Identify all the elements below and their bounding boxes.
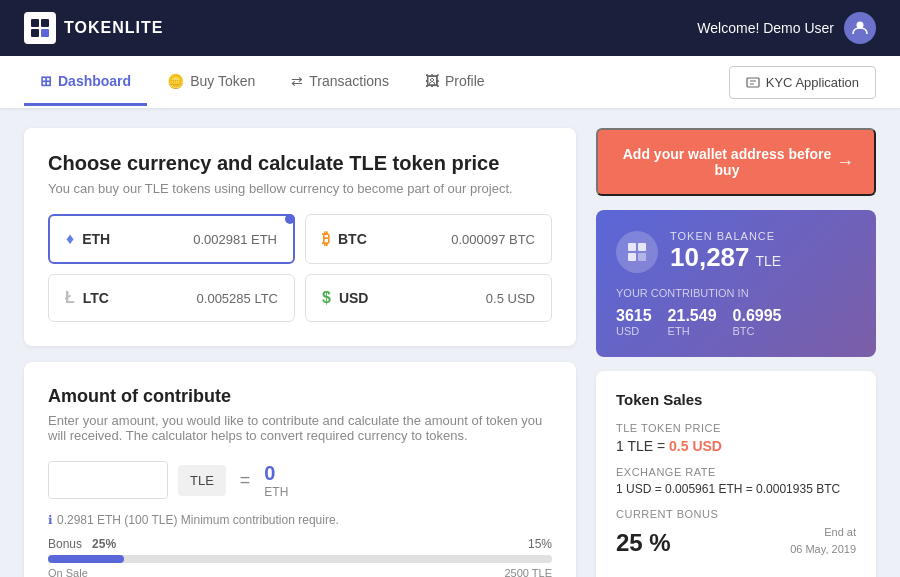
header-user: Welcome! Demo User [697,12,876,44]
bonus-value: 25% [92,537,116,551]
progress-labels: On Sale 2500 TLE [48,567,552,577]
kyc-button-label: KYC Application [766,75,859,90]
bonus-row: Bonus 25% 15% [48,537,552,551]
eth-result: 0 ETH [264,462,288,499]
token-balance-amount: 10,287 [670,242,750,273]
token-balance-tle: TLE [756,253,782,269]
min-contribution-note: ℹ 0.2981 ETH (100 TLE) Minimum contribut… [48,513,552,527]
token-balance-header: TOKEN BALANCE 10,287 TLE [616,230,856,273]
nav: ⊞ Dashboard 🪙 Buy Token ⇄ Transactions 🖼… [0,56,900,108]
nav-item-transactions[interactable]: ⇄ Transactions [275,59,405,106]
currency-ltc[interactable]: Ł LTC 0.005285 LTC [48,274,295,322]
amount-input-row: TLE = 0 ETH [48,461,552,499]
equals-sign: = [240,470,251,491]
eth-label: ETH [82,231,110,247]
contrib-usd: 3615 USD [616,307,652,337]
progress-bar-fill [48,555,124,563]
currency-grid: ♦ ETH 0.002981 ETH ₿ BTC 0.000097 BTC Ł [48,214,552,322]
main-content: Choose currency and calculate TLE token … [0,108,900,577]
exchange-rate-value: 1 USD = 0.005961 ETH = 0.0001935 BTC [616,482,856,496]
current-bonus-row: CURRENT BONUS 25 % End at 06 May, 2019 [616,508,856,557]
logo-text: TOKENLITE [64,19,163,37]
ltc-icon: Ł [65,289,75,307]
svg-rect-9 [638,253,646,261]
svg-rect-3 [41,29,49,37]
exchange-rate-label: EXCHANGE RATE [616,466,856,478]
amount-input[interactable] [48,461,168,499]
nav-item-buy-token[interactable]: 🪙 Buy Token [151,59,271,106]
btc-label: BTC [338,231,367,247]
tle-price-value: 1 TLE = 0.5 USD [616,438,856,454]
btc-value: 0.000097 BTC [451,232,535,247]
usd-value: 0.5 USD [486,291,535,306]
logo-icon [24,12,56,44]
svg-rect-1 [41,19,49,27]
progress-bar-background [48,555,552,563]
contrib-btc: 0.6995 BTC [733,307,782,337]
user-avatar[interactable] [844,12,876,44]
kyc-icon [746,75,760,89]
svg-rect-5 [747,78,759,87]
currency-eth[interactable]: ♦ ETH 0.002981 ETH [48,214,295,264]
nav-item-dashboard[interactable]: ⊞ Dashboard [24,59,147,106]
transactions-icon: ⇄ [291,73,303,89]
dashboard-icon: ⊞ [40,73,52,89]
progress-right: 15% [528,537,552,551]
contrib-btc-value: 0.6995 [733,307,782,325]
bar-label-right: 2500 TLE [504,567,552,577]
svg-rect-8 [628,253,636,261]
eth-value: 0.002981 ETH [193,232,277,247]
eth-icon: ♦ [66,230,74,248]
contribution-label: YOUR CONTRIBUTION IN [616,287,856,299]
currency-card-title: Choose currency and calculate TLE token … [48,152,552,175]
svg-rect-7 [638,243,646,251]
welcome-text: Welcome! Demo User [697,20,834,36]
current-bonus-label: CURRENT BONUS [616,508,856,520]
ltc-value: 0.005285 LTC [197,291,278,306]
contrib-eth-label: ETH [668,325,717,337]
right-column: Add your wallet address before buy → TOK… [596,128,876,577]
kyc-application-button[interactable]: KYC Application [729,66,876,99]
token-sales-card: Token Sales TLE TOKEN PRICE 1 TLE = 0.5 … [596,371,876,577]
nav-dashboard-label: Dashboard [58,73,131,89]
contribution-row: 3615 USD 21.549 ETH 0.6995 BTC [616,307,856,337]
exchange-rate-row: EXCHANGE RATE 1 USD = 0.005961 ETH = 0.0… [616,466,856,496]
svg-rect-0 [31,19,39,27]
tle-price-label: TLE TOKEN PRICE [616,422,856,434]
bar-label-left: On Sale [48,567,88,577]
currency-card: Choose currency and calculate TLE token … [24,128,576,346]
currency-btc[interactable]: ₿ BTC 0.000097 BTC [305,214,552,264]
nav-item-profile[interactable]: 🖼 Profile [409,59,501,106]
amount-card: Amount of contribute Enter your amount, … [24,362,576,577]
usd-label: USD [339,290,369,306]
bonus-end-date: End at 06 May, 2019 [790,524,856,557]
wallet-address-button[interactable]: Add your wallet address before buy → [596,128,876,196]
buy-token-icon: 🪙 [167,73,184,89]
left-column: Choose currency and calculate TLE token … [24,128,576,577]
nav-left: ⊞ Dashboard 🪙 Buy Token ⇄ Transactions 🖼… [24,59,501,106]
currency-card-subtitle: You can buy our TLE tokens using bellow … [48,181,552,196]
btc-icon: ₿ [322,230,330,248]
price-highlight: 0.5 USD [669,438,722,454]
svg-rect-2 [31,29,39,37]
token-logo [616,231,658,273]
contrib-btc-label: BTC [733,325,782,337]
token-sales-title: Token Sales [616,391,856,408]
amount-card-subtitle: Enter your amount, you would like to con… [48,413,552,443]
eth-result-label: ETH [264,485,288,499]
nav-profile-label: Profile [445,73,485,89]
nav-transactions-label: Transactions [309,73,389,89]
ltc-label: LTC [83,290,109,306]
arrow-right-icon: → [836,152,854,173]
contrib-usd-label: USD [616,325,652,337]
wallet-btn-text: Add your wallet address before buy [618,146,836,178]
bonus-percent-value: 25 % [616,529,671,557]
usd-icon: $ [322,289,331,307]
header: TOKENLITE Welcome! Demo User [0,0,900,56]
token-balance-card: TOKEN BALANCE 10,287 TLE YOUR CONTRIBUTI… [596,210,876,357]
currency-usd[interactable]: $ USD 0.5 USD [305,274,552,322]
contrib-eth: 21.549 ETH [668,307,717,337]
tle-badge: TLE [178,465,226,496]
svg-rect-6 [628,243,636,251]
contrib-eth-value: 21.549 [668,307,717,325]
